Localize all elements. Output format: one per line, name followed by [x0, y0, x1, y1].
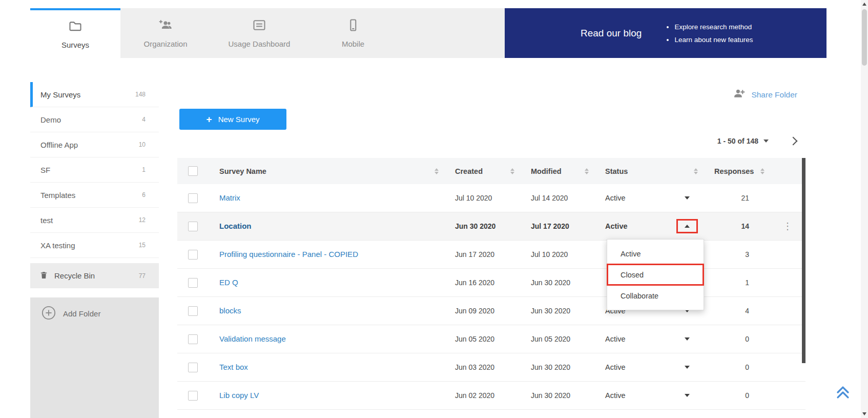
new-survey-button[interactable]: + New Survey: [179, 109, 286, 130]
survey-name-link[interactable]: ED Q: [219, 278, 238, 287]
created-date: Jun 03 2020: [444, 363, 520, 371]
blog-banner-title: Read our blog: [581, 28, 642, 39]
sidebar-folder-item[interactable]: Offline App 10: [30, 132, 159, 157]
sidebar-folder-item[interactable]: test 12: [30, 208, 159, 233]
header-created[interactable]: Created: [444, 167, 520, 175]
sort-icon[interactable]: [435, 168, 439, 174]
row-checkbox[interactable]: [188, 306, 198, 316]
tab-mobile[interactable]: Mobile: [308, 8, 398, 58]
folder-icon: [68, 19, 82, 35]
modified-date: Jun 30 2020: [520, 363, 594, 371]
sidebar-folder-item[interactable]: XA testing 15: [30, 233, 159, 258]
survey-table: Survey Name Created Modified Status Resp…: [177, 158, 805, 410]
sidebar-item-recycle-bin[interactable]: Recycle Bin 77: [30, 263, 159, 288]
modified-date: Jul 14 2020: [520, 194, 594, 202]
status-label: Active: [605, 335, 626, 343]
row-checkbox[interactable]: [188, 193, 198, 203]
modified-date: Jun 30 2020: [520, 391, 594, 400]
tab-organization[interactable]: Organization: [120, 8, 211, 58]
row-checkbox[interactable]: [188, 363, 198, 372]
responses-count: 3: [703, 250, 770, 258]
status-cell: Active: [594, 191, 703, 205]
row-checkbox[interactable]: [188, 222, 198, 231]
status-cell: Active: [594, 360, 703, 374]
row-checkbox[interactable]: [188, 250, 198, 260]
share-folder-button[interactable]: Share Folder: [732, 87, 797, 102]
scroll-to-top-button[interactable]: [834, 384, 852, 401]
caret-icon: [685, 337, 690, 341]
blog-bullet-list: Explore research method Learn about new …: [665, 21, 753, 46]
folder-label: test: [40, 216, 53, 225]
header-status[interactable]: Status: [594, 167, 703, 175]
row-checkbox[interactable]: [188, 278, 198, 288]
window-scrollbar[interactable]: [861, 0, 868, 418]
header-label: Created: [455, 167, 483, 175]
sidebar-folder-item[interactable]: Templates 6: [30, 183, 159, 208]
page: Surveys Organization Usage Dashboard Mob…: [0, 0, 868, 418]
sort-icon[interactable]: [510, 168, 514, 174]
header-modified[interactable]: Modified: [520, 167, 594, 175]
table-header-row: Survey Name Created Modified Status Resp…: [177, 158, 805, 184]
created-date: Jun 09 2020: [444, 307, 520, 315]
status-option[interactable]: Closed: [607, 264, 704, 285]
tab-usage-dashboard[interactable]: Usage Dashboard: [211, 8, 308, 58]
status-dropdown-toggle[interactable]: [676, 388, 698, 403]
folder-count: 4: [142, 116, 146, 123]
scrollbar-up-arrow-icon[interactable]: [862, 3, 866, 6]
add-folder-panel: Add Folder: [30, 297, 159, 418]
folders-sidebar: My Surveys 148 Demo 4 Offline App 10 SF …: [30, 82, 159, 418]
responses-count: 21: [703, 194, 770, 202]
scrollbar-down-arrow-icon[interactable]: [862, 412, 866, 415]
tab-surveys[interactable]: Surveys: [30, 8, 120, 58]
folder-label: Offline App: [40, 141, 78, 149]
select-all-checkbox[interactable]: [188, 166, 198, 176]
survey-name-link[interactable]: Profiling questionnaire - Panel - COPIED: [219, 250, 358, 258]
sort-icon[interactable]: [585, 168, 589, 174]
sidebar-folder-item[interactable]: Demo 4: [30, 107, 159, 132]
table-row: blocks Jun 09 2020 Jun 30 2020 Active 4 …: [177, 297, 805, 325]
next-page-chevron-icon[interactable]: [789, 137, 798, 146]
status-dropdown-toggle[interactable]: [676, 360, 698, 374]
sort-icon[interactable]: [760, 168, 764, 174]
scrollbar-thumb[interactable]: [862, 9, 867, 66]
survey-name-link[interactable]: Validation message: [219, 334, 286, 343]
share-folder-label: Share Folder: [751, 90, 797, 99]
survey-name-link[interactable]: blocks: [219, 306, 241, 315]
top-navigation: Surveys Organization Usage Dashboard Mob…: [30, 8, 826, 58]
survey-name-link[interactable]: Lib copy LV: [219, 391, 259, 400]
folder-count: 1: [142, 166, 146, 173]
table-row: Validation message Jun 05 2020 Jun 05 20…: [177, 325, 805, 353]
status-dropdown-toggle[interactable]: [676, 191, 698, 205]
survey-name-link[interactable]: Matrix: [219, 193, 240, 202]
sidebar-folder-item[interactable]: SF 1: [30, 157, 159, 183]
created-date: Jun 05 2020: [444, 335, 520, 343]
header-survey-name[interactable]: Survey Name: [208, 167, 444, 175]
created-date: Jun 02 2020: [444, 391, 520, 400]
status-label: Active: [605, 222, 628, 230]
row-checkbox[interactable]: [188, 334, 198, 344]
new-survey-label: New Survey: [218, 115, 260, 124]
more-options-icon[interactable]: ⋮: [770, 221, 805, 232]
blog-banner[interactable]: Read our blog Explore research method Le…: [505, 8, 826, 58]
status-label: Active: [605, 363, 626, 371]
row-checkbox[interactable]: [188, 391, 198, 401]
mobile-icon: [346, 18, 360, 34]
pagination-caret-down-icon[interactable]: [763, 140, 769, 143]
folder-count: 15: [139, 242, 146, 249]
status-option[interactable]: Collaborate: [607, 285, 704, 306]
survey-name-link[interactable]: Text box: [219, 363, 248, 371]
sidebar-folder-item[interactable]: My Surveys 148: [30, 82, 159, 107]
status-dropdown-toggle[interactable]: [676, 332, 698, 346]
status-dropdown-toggle[interactable]: [676, 219, 698, 233]
folder-label: Templates: [40, 191, 75, 200]
trash-icon: [39, 270, 48, 282]
header-responses[interactable]: Responses: [703, 167, 770, 175]
caret-icon: [685, 394, 690, 397]
survey-name-link[interactable]: Location: [219, 222, 252, 230]
table-row: ED Q Jun 16 2020 Jun 30 2020 1 ⋮: [177, 269, 805, 297]
sort-icon[interactable]: [694, 168, 698, 174]
created-date: Jul 10 2020: [444, 194, 520, 202]
table-scrollbar[interactable]: [802, 158, 805, 363]
status-option[interactable]: Active: [607, 243, 704, 264]
add-folder-button[interactable]: Add Folder: [30, 297, 159, 322]
